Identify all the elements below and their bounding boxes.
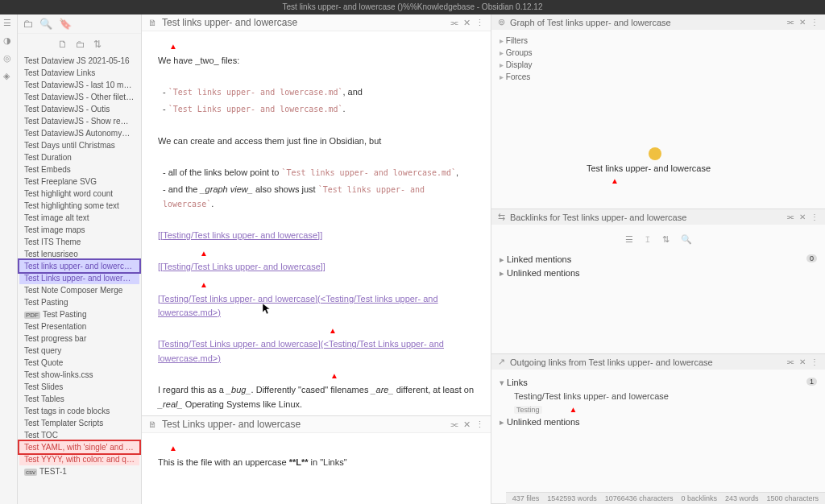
ribbon-icon[interactable]: ◑: [3, 35, 15, 47]
file-item[interactable]: Test Dataview JS 2021-05-16: [19, 55, 139, 67]
file-item[interactable]: Test image maps: [19, 224, 139, 236]
close-icon[interactable]: ✕: [463, 419, 471, 430]
more-icon[interactable]: ⋮: [810, 213, 819, 221]
sort-icon[interactable]: ⇅: [662, 234, 670, 245]
file-item[interactable]: Test Presentation: [19, 320, 139, 333]
left-ribbon: ☰ ◑ ◎ ◈: [0, 14, 18, 504]
file-item[interactable]: Test Templater Scripts: [19, 417, 139, 429]
close-icon[interactable]: ✕: [799, 18, 806, 27]
graph-group[interactable]: Filters: [500, 35, 817, 47]
more-icon[interactable]: ⋮: [475, 419, 484, 430]
section-title: Backlinks for Test links upper- and lowe…: [510, 213, 786, 222]
ribbon-icon[interactable]: ◎: [3, 53, 15, 64]
file-item[interactable]: Test DataviewJS - last 10 modified n: [19, 79, 139, 91]
editor-body[interactable]: ▲ We have _two_ files: - `Test links upp…: [142, 31, 491, 415]
status-bar: 437 files 1542593 words 10766436 charact…: [506, 492, 825, 504]
links-section[interactable]: Links1: [500, 376, 817, 390]
file-item[interactable]: Test query: [19, 345, 139, 357]
new-folder-icon[interactable]: 🗀: [76, 39, 85, 50]
linked-mentions[interactable]: Linked mentions0: [500, 253, 817, 266]
file-item[interactable]: Test YYYY, with colon: and question: [19, 453, 139, 465]
close-icon[interactable]: ✕: [463, 18, 471, 28]
file-item[interactable]: Test ITS Theme: [19, 236, 139, 248]
pane-header: 🗎 Test Links upper- and lowercase ⫘ ✕ ⋮: [142, 416, 491, 433]
file-item[interactable]: Test Note Composer Merge: [19, 284, 139, 296]
file-item[interactable]: Test DataviewJS - Other filetypes: [19, 91, 139, 103]
file-item[interactable]: Test Pasting: [19, 296, 139, 308]
ribbon-icon[interactable]: ◈: [3, 71, 15, 82]
text-icon[interactable]: 𝙸: [645, 234, 651, 245]
link-icon[interactable]: ⫘: [450, 18, 458, 28]
close-icon[interactable]: ✕: [799, 357, 806, 366]
file-item[interactable]: Test Embeds: [19, 163, 139, 176]
file-item[interactable]: PDFTest Pasting: [19, 308, 139, 320]
file-item[interactable]: Test show-links.css: [19, 369, 139, 381]
editor-body[interactable]: ▲ This is the file with an uppercase **L…: [142, 433, 491, 504]
file-item[interactable]: Test DataviewJS AutonomyGaps 202: [19, 127, 139, 139]
file-item[interactable]: Test YAML, with 'single' and "double": [19, 441, 139, 453]
backlinks-icon: ⇆: [498, 212, 505, 222]
unlinked-mentions[interactable]: Unlinked mentions: [500, 266, 817, 280]
section-title: Outgoing links from Test links upper- an…: [510, 357, 786, 367]
section-title: Graph of Test links upper- and lowercase: [510, 18, 786, 27]
file-item[interactable]: csvTEST-1: [19, 465, 139, 477]
new-file-icon[interactable]: 🗋: [58, 39, 68, 50]
pane-title: Test links upper- and lowercase: [162, 17, 450, 28]
graph-icon: ⊚: [498, 17, 505, 27]
window-title-bar: Test links upper- and lowercase ()%%Know…: [0, 0, 825, 14]
document-icon: 🗎: [148, 18, 157, 27]
unlinked-mentions[interactable]: Unlinked mentions: [500, 415, 817, 429]
status-words: 243 words: [725, 494, 759, 502]
pane-header: 🗎 Test links upper- and lowercase ⫘ ✕ ⋮: [142, 14, 491, 31]
outgoing-link[interactable]: Testing/Test links upper- and lowercase: [500, 390, 817, 403]
link-icon[interactable]: ⫘: [786, 18, 794, 27]
file-item[interactable]: Test progress bar: [19, 333, 139, 345]
file-item[interactable]: Test TOC: [19, 429, 139, 441]
more-icon[interactable]: ⋮: [810, 357, 819, 366]
more-icon[interactable]: ⋮: [475, 18, 484, 28]
graph-group[interactable]: Display: [500, 59, 817, 71]
file-item[interactable]: Test tags in code blocks: [19, 405, 139, 417]
graph-canvas[interactable]: Test links upper- and lowercase ▲: [491, 88, 825, 209]
ribbon-icon[interactable]: ☰: [3, 18, 15, 29]
status-backlinks: 0 backlinks: [681, 494, 717, 502]
graph-group[interactable]: Forces: [500, 71, 817, 83]
file-item[interactable]: Test Freeplane SVG: [19, 176, 139, 188]
search-icon[interactable]: 🔍: [681, 234, 692, 245]
link-icon[interactable]: ⫘: [786, 213, 794, 221]
graph-node[interactable]: [649, 147, 661, 160]
wikilink[interactable]: Testing/Test links upper- and lowercase: [163, 230, 317, 240]
file-item[interactable]: Test lenusriseo: [19, 248, 139, 260]
document-icon: 🗎: [148, 419, 157, 429]
list-icon[interactable]: ☰: [625, 234, 633, 245]
file-item[interactable]: Test DataviewJS - Show remaining n: [19, 115, 139, 127]
file-item[interactable]: Test Quote: [19, 357, 139, 369]
graph-group[interactable]: Groups: [500, 47, 817, 59]
sort-icon[interactable]: ⇅: [93, 39, 102, 50]
wikilink[interactable]: Testing/Test Links upper- and lowercase: [163, 262, 321, 271]
file-item[interactable]: Test Dataview Links: [19, 67, 139, 79]
file-item[interactable]: Test Tables: [19, 393, 139, 405]
file-item[interactable]: Test Days until Christmas: [19, 139, 139, 151]
link-icon[interactable]: ⫘: [450, 419, 458, 430]
folder-icon[interactable]: 🗀: [23, 18, 33, 30]
link-icon[interactable]: ⫘: [786, 357, 794, 366]
wikilink[interactable]: Testing/Test links upper- and lowercase: [160, 294, 315, 304]
more-icon[interactable]: ⋮: [810, 18, 819, 27]
close-icon[interactable]: ✕: [799, 213, 806, 221]
file-item[interactable]: Test Slides: [19, 381, 139, 393]
file-item[interactable]: Test links upper- and lowercase: [19, 260, 139, 272]
file-item[interactable]: Test DataviewJS - Outis: [19, 103, 139, 115]
file-item[interactable]: Test Links upper- and lowercase: [19, 272, 139, 284]
wikilink[interactable]: Testing/Test Links upper- and lowercase: [160, 339, 318, 349]
search-icon[interactable]: 🔍: [39, 18, 52, 30]
file-item[interactable]: Test image alt text: [19, 212, 139, 224]
bookmark-icon[interactable]: 🔖: [59, 18, 72, 30]
cursor-icon: [262, 302, 272, 316]
status-words-total: 1542593 words: [547, 494, 597, 502]
file-list: Test Dataview JS 2021-05-16Test Dataview…: [18, 55, 141, 504]
file-item[interactable]: Test highlight word count: [19, 188, 139, 200]
graph-node-label: Test links upper- and lowercase: [587, 163, 711, 173]
file-item[interactable]: Test highlighting some text: [19, 200, 139, 212]
file-item[interactable]: Test Duration: [19, 151, 139, 163]
